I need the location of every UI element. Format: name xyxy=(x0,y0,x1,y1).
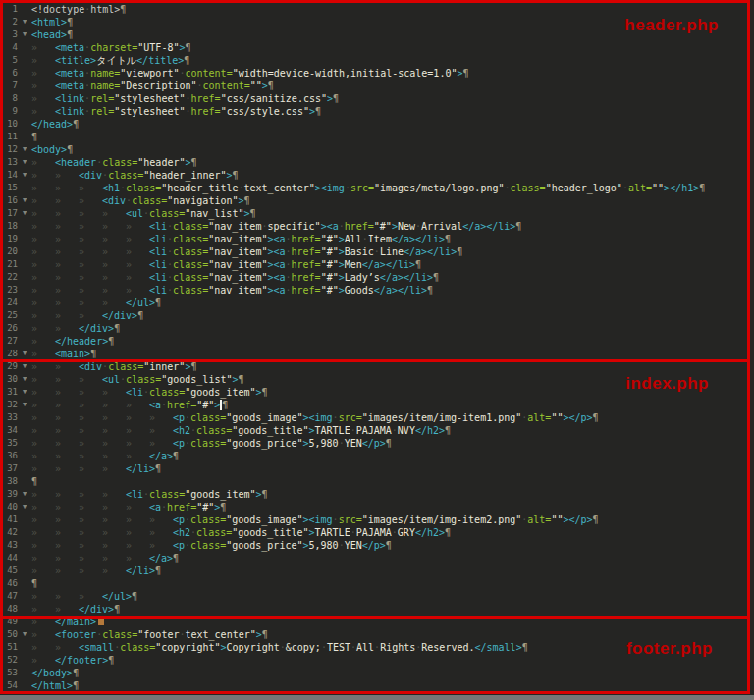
fold-arrow-icon[interactable]: ▼ xyxy=(18,28,31,41)
code-token: rel= xyxy=(90,106,114,117)
code-area[interactable]: 1<!doctype·html>¶2▼<html>¶3▼<head>¶4»<me… xyxy=(4,3,754,692)
code-line-19[interactable]: 19»»»»»<li·class="nav_item"><a·href="#">… xyxy=(4,233,754,245)
code-token: charset= xyxy=(90,42,137,53)
code-line-12[interactable]: 12▼<body>¶ xyxy=(4,143,754,156)
code-token: "nav_item" xyxy=(208,285,267,296)
code-line-7[interactable]: 7»<meta·name="Description"·content="">¶ xyxy=(4,80,754,92)
code-line-23[interactable]: 23»»»»»<li·class="nav_item"><a·href="#">… xyxy=(4,284,754,296)
code-token: <link xyxy=(55,93,84,104)
code-line-8[interactable]: 8»<link·rel="stylesheet"·href="css/sanit… xyxy=(4,92,754,105)
code-token: class= xyxy=(173,234,208,244)
code-line-26[interactable]: 26»»</div>¶ xyxy=(4,322,754,335)
code-line-21[interactable]: 21»»»»»<li·class="nav_item"><a·href="#">… xyxy=(4,258,754,271)
pilcrow-icon: ¶ xyxy=(31,476,37,487)
code-line-53[interactable]: 53</body>¶ xyxy=(4,667,754,679)
fold-arrow-icon[interactable]: ▼ xyxy=(18,207,31,220)
code-line-2[interactable]: 2▼<html>¶ xyxy=(4,16,754,28)
code-line-10[interactable]: 10</head>¶ xyxy=(4,118,754,131)
code-token: href= xyxy=(292,234,321,244)
code-token: href= xyxy=(191,106,221,117)
pilcrow-icon: ¶ xyxy=(191,157,197,168)
code-line-29[interactable]: 29▼»»<div·class="inner">¶ xyxy=(4,360,754,373)
tab-marker: » xyxy=(31,539,55,552)
fold-arrow-icon[interactable]: ▼ xyxy=(18,348,31,360)
code-line-4[interactable]: 4»<meta·charset="UTF-8">¶ xyxy=(4,41,754,54)
code-line-11[interactable]: 11¶ xyxy=(4,131,754,143)
tab-marker: » xyxy=(31,309,55,322)
code-line-49[interactable]: 49»</main> xyxy=(4,616,754,628)
code-line-31[interactable]: 31▼»»»»<li·class="goods_item">¶ xyxy=(4,386,754,399)
code-line-22[interactable]: 22»»»»»<li·class="nav_item"><a·href="#">… xyxy=(4,271,754,284)
code-line-54[interactable]: 54</html>¶ xyxy=(4,679,754,692)
code-token: class= xyxy=(120,642,155,653)
code-line-16[interactable]: 16▼»»»<div·class="navigation">¶ xyxy=(4,194,754,207)
code-line-33[interactable]: 33»»»»»»<p·class="goods_image"><img·src=… xyxy=(4,411,754,424)
code-line-27[interactable]: 27»</header>¶ xyxy=(4,335,754,348)
code-line-17[interactable]: 17▼»»»»<ul·class="nav_list">¶ xyxy=(4,207,754,220)
code-line-35[interactable]: 35»»»»»»<p·class="goods_price">5,980·YEN… xyxy=(4,437,754,450)
tab-marker: » xyxy=(102,526,126,539)
code-token: ><a xyxy=(267,259,285,270)
fold-arrow-icon[interactable]: ▼ xyxy=(18,156,31,169)
code-line-13[interactable]: 13▼»<header·class="header">¶ xyxy=(4,156,754,169)
line-number: 28 xyxy=(4,348,18,360)
code-line-14[interactable]: 14▼»»<div·class="header_inner">¶ xyxy=(4,169,754,182)
tab-marker: » xyxy=(31,488,55,501)
fold-arrow-icon[interactable]: ▼ xyxy=(18,628,31,641)
code-token: "goods_price" xyxy=(226,438,302,449)
code-line-42[interactable]: 42»»»»»»<h2·class="goods_title">TARTLE·P… xyxy=(4,526,754,539)
code-line-30[interactable]: 30▼»»»<ul·class="goods_list">¶ xyxy=(4,373,754,386)
code-line-41[interactable]: 41»»»»»»<p·class="goods_image"><img·src=… xyxy=(4,513,754,526)
code-line-9[interactable]: 9»<link·rel="stylesheet"·href="css/style… xyxy=(4,105,754,118)
code-line-51[interactable]: 51»»<small·class="copyright">Copyright·&… xyxy=(4,641,754,654)
tab-marker: » xyxy=(55,603,79,616)
tab-marker: » xyxy=(79,437,102,450)
code-line-18[interactable]: 18»»»»»<li·class="nav_item·specific"><a·… xyxy=(4,220,754,233)
code-line-15[interactable]: 15»»»<h1·class="header_title·text_center… xyxy=(4,182,754,194)
code-line-36[interactable]: 36»»»»»</a>¶ xyxy=(4,450,754,462)
code-token: "goods_image" xyxy=(226,412,302,423)
fold-arrow-icon[interactable]: ▼ xyxy=(18,169,31,182)
code-line-38[interactable]: 38¶ xyxy=(4,475,754,488)
line-number: 45 xyxy=(4,565,18,577)
fold-arrow-icon[interactable]: ▼ xyxy=(18,501,31,513)
code-token: <li xyxy=(149,272,167,283)
code-token: alt= xyxy=(527,412,551,423)
pilcrow-icon: ¶ xyxy=(108,336,114,347)
code-line-28[interactable]: 28▼»<main>¶ xyxy=(4,348,754,360)
code-line-46[interactable]: 46¶ xyxy=(4,577,754,590)
code-line-52[interactable]: 52»</footer>¶ xyxy=(4,654,754,667)
line-number: 53 xyxy=(4,667,18,679)
code-line-47[interactable]: 47»»»</ul>¶ xyxy=(4,590,754,603)
code-line-37[interactable]: 37»»»»</li>¶ xyxy=(4,462,754,475)
code-line-43[interactable]: 43»»»»»»<p·class="goods_price">5,980·YEN… xyxy=(4,539,754,552)
code-line-6[interactable]: 6»<meta·name="viewport"·content="width=d… xyxy=(4,67,754,80)
code-line-24[interactable]: 24»»»»</ul>¶ xyxy=(4,296,754,309)
code-line-40[interactable]: 40▼»»»»»<a·href="#">¶ xyxy=(4,501,754,513)
code-line-39[interactable]: 39▼»»»»<li·class="goods_item">¶ xyxy=(4,488,754,501)
line-number: 37 xyxy=(4,462,18,475)
fold-arrow-icon[interactable]: ▼ xyxy=(18,386,31,399)
fold-arrow-icon[interactable]: ▼ xyxy=(18,373,31,386)
code-line-50[interactable]: 50▼»<footer·class="footer·text_center">¶ xyxy=(4,628,754,641)
code-line-48[interactable]: 48»»</div>¶ xyxy=(4,603,754,616)
tab-marker: » xyxy=(102,462,126,475)
tab-marker: » xyxy=(149,526,173,539)
code-line-1[interactable]: 1<!doctype·html>¶ xyxy=(4,3,754,16)
fold-arrow-icon[interactable]: ▼ xyxy=(18,360,31,373)
fold-arrow-icon[interactable]: ▼ xyxy=(18,399,31,411)
code-line-5[interactable]: 5»<title>タイトル</title>¶ xyxy=(4,54,754,67)
pilcrow-icon: ¶ xyxy=(522,642,528,653)
fold-arrow-icon[interactable]: ▼ xyxy=(18,194,31,207)
code-line-44[interactable]: 44»»»»»</a>¶ xyxy=(4,552,754,565)
code-line-3[interactable]: 3▼<head>¶ xyxy=(4,28,754,41)
code-line-45[interactable]: 45»»»»</li>¶ xyxy=(4,565,754,577)
code-line-32[interactable]: 32▼»»»»»<a·href="#">¶ xyxy=(4,399,754,411)
fold-arrow-icon[interactable]: ▼ xyxy=(18,143,31,156)
code-line-20[interactable]: 20»»»»»<li·class="nav_item"><a·href="#">… xyxy=(4,245,754,258)
fold-arrow-icon[interactable]: ▼ xyxy=(18,488,31,501)
code-line-34[interactable]: 34»»»»»»<h2·class="goods_title">TARTLE·P… xyxy=(4,424,754,437)
tab-marker: » xyxy=(31,207,55,220)
fold-arrow-icon[interactable]: ▼ xyxy=(18,16,31,28)
code-line-25[interactable]: 25»»»</div>¶ xyxy=(4,309,754,322)
